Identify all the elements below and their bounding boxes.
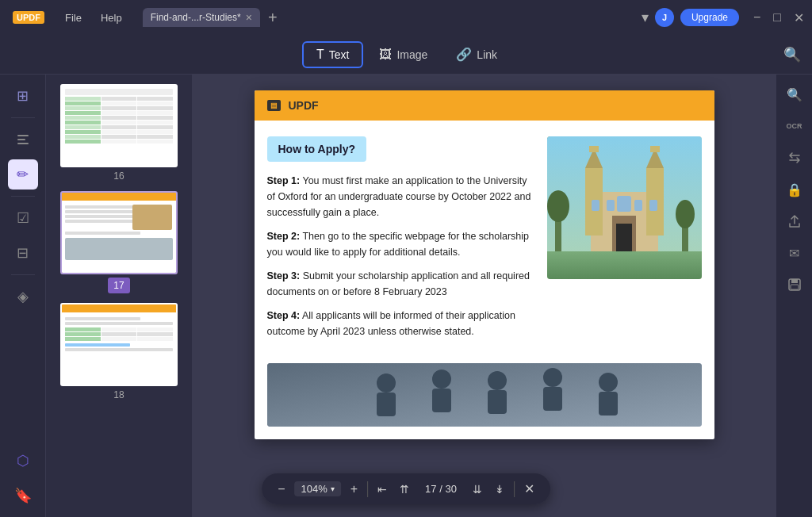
thumb18-line1	[65, 317, 140, 320]
how-to-apply-heading: How to Apply?	[267, 136, 366, 162]
maximize-button[interactable]: □	[772, 9, 783, 27]
svg-rect-36	[791, 285, 799, 289]
sidebar-divider-3	[11, 274, 35, 275]
svg-rect-21	[649, 200, 657, 211]
right-convert-button[interactable]	[781, 144, 808, 171]
tab-dropdown-icon[interactable]: ▾	[642, 9, 649, 26]
sidebar-edit-icon[interactable]	[8, 124, 38, 155]
thumbnail-label-17: 17	[108, 278, 130, 293]
zoom-out-button[interactable]: −	[274, 479, 288, 500]
sidebar-bookmark-icon[interactable]: 🔖	[8, 481, 38, 511]
menu-bar: File Help	[57, 9, 130, 27]
close-button[interactable]: ✕	[792, 9, 806, 27]
thumb17-body	[62, 201, 176, 263]
right-save-button[interactable]	[781, 271, 808, 298]
zoom-display[interactable]: 104% ▾	[294, 481, 340, 496]
page-header-brand: UPDF	[289, 99, 319, 112]
text-tool-button[interactable]: T Text	[302, 41, 363, 68]
thumb17-img	[132, 205, 172, 230]
controls-close-button[interactable]: ✕	[521, 478, 538, 500]
page-header-bar: ▤ UPDF	[255, 90, 714, 121]
toolbar: T Text 🖼 Image 🔗 Link 🔍	[0, 35, 812, 75]
sidebar-layers-icon[interactable]: ⬡	[8, 446, 38, 476]
sidebar-thumbnail-icon[interactable]: ⊞	[8, 81, 38, 111]
zoom-in-button[interactable]: +	[347, 479, 361, 500]
thumb16-grid	[65, 97, 173, 144]
nav-last-button[interactable]: ↡	[492, 480, 508, 499]
avatar[interactable]: J	[655, 8, 674, 27]
right-protect-button[interactable]: 🔒	[781, 176, 808, 203]
tab-label: Find-and-...r-Studies*	[151, 12, 241, 23]
right-share-button[interactable]	[781, 208, 808, 235]
sidebar-annotate-icon[interactable]: ✏	[8, 159, 38, 190]
link-tool-button[interactable]: 🔗 Link	[443, 42, 510, 67]
tab-close-button[interactable]: ×	[246, 11, 252, 24]
thumb16-content	[62, 89, 176, 167]
total-pages: 30	[445, 483, 456, 495]
page-right-column	[547, 136, 702, 347]
search-button[interactable]: 🔍	[783, 46, 801, 63]
menu-help[interactable]: Help	[93, 9, 130, 27]
svg-point-6	[547, 190, 569, 222]
step4-text: All applicants will be informed of their…	[267, 310, 515, 337]
svg-rect-19	[607, 200, 615, 211]
updf-logo-icon: UPDF	[13, 11, 44, 24]
image-tool-button[interactable]: 🖼 Image	[366, 43, 440, 67]
sidebar-form-icon[interactable]: ☑	[8, 203, 38, 233]
thumbnail-image-17	[60, 191, 178, 274]
thumbnail-page-16[interactable]: 16	[60, 84, 178, 182]
right-search-button[interactable]: 🔍	[781, 81, 808, 108]
svg-point-32	[599, 373, 618, 392]
sidebar-organize-icon[interactable]: ⊟	[8, 238, 38, 268]
sidebar-divider-1	[11, 117, 35, 118]
menu-file[interactable]: File	[57, 9, 90, 27]
svg-rect-20	[634, 200, 642, 211]
thumbnail-label-18: 18	[113, 389, 124, 400]
save-icon-svg	[787, 278, 802, 292]
step4-paragraph: Step 4: All applicants will be informed …	[267, 308, 534, 339]
step1-text: You must first make an application to th…	[267, 175, 531, 218]
bottom-controls: − 104% ▾ + ⇤ ⇈ 17 / 30 ⇊ ↡ ✕	[262, 473, 550, 504]
bottom-image-svg	[267, 363, 702, 427]
main-area: ⊞ ✏ ☑ ⊟ ◈ ⬡ 🔖	[0, 75, 812, 517]
sidebar-stamp-icon[interactable]: ◈	[8, 281, 38, 312]
step1-label: Step 1:	[267, 175, 301, 186]
oxford-building-image	[547, 136, 702, 279]
svg-rect-18	[592, 200, 599, 211]
page-left-column: How to Apply? Step 1: You must first mak…	[267, 136, 534, 347]
svg-point-24	[377, 373, 396, 393]
right-ocr-button[interactable]: OCR	[781, 113, 808, 140]
svg-rect-29	[488, 390, 507, 414]
thumb16-header	[65, 89, 173, 95]
text-tool-label: Text	[329, 48, 350, 61]
thumb17-content	[62, 193, 176, 273]
search-icon: 🔍	[783, 47, 801, 63]
upgrade-label: Upgrade	[691, 12, 728, 23]
thumb18-blue-highlight	[65, 343, 130, 347]
active-tab[interactable]: Find-and-...r-Studies* ×	[143, 8, 260, 27]
page-display: 17 / 30	[419, 481, 463, 496]
right-email-button[interactable]: ✉	[781, 239, 808, 266]
left-sidebar: ⊞ ✏ ☑ ⊟ ◈ ⬡ 🔖	[0, 75, 46, 517]
titlebar: UPDF File Help Find-and-...r-Studies* × …	[0, 0, 812, 35]
thumb18-body	[62, 312, 176, 356]
zoom-level-text: 104%	[301, 483, 327, 495]
controls-divider-1	[367, 481, 368, 497]
nav-next-fast-button[interactable]: ⇊	[469, 480, 485, 499]
minimize-button[interactable]: −	[752, 9, 762, 27]
svg-rect-15	[589, 146, 599, 152]
upgrade-button[interactable]: Upgrade	[680, 9, 739, 26]
thumb18-line2	[65, 322, 173, 325]
new-tab-button[interactable]: +	[263, 7, 282, 29]
sidebar-divider-2	[11, 196, 35, 197]
oxford-svg	[547, 136, 702, 279]
step1-paragraph: Step 1: You must first make an applicati…	[267, 173, 534, 220]
title-right: ▾ J Upgrade − □ ✕	[642, 8, 806, 27]
nav-first-button[interactable]: ⇤	[374, 480, 390, 499]
nav-prev-fast-button[interactable]: ⇈	[396, 480, 412, 499]
thumbnail-page-17[interactable]: 17	[60, 191, 178, 293]
thumbnail-page-18[interactable]: 18	[60, 303, 178, 400]
thumb18-grid	[65, 327, 173, 341]
right-sidebar: 🔍 OCR 🔒 ✉	[776, 75, 812, 517]
step3-paragraph: Step 3: Submit your scholarship applicat…	[267, 268, 534, 300]
